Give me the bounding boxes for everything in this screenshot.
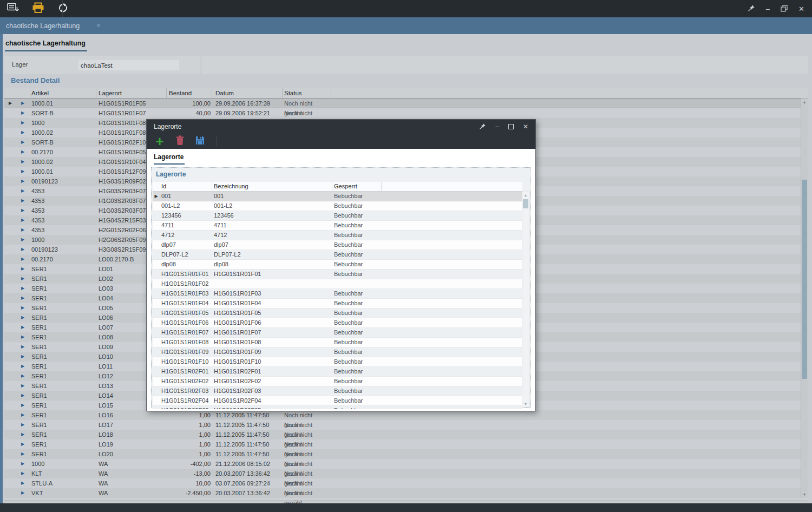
list-item[interactable]: H1G01S1R02F04H1G01S1R02F04Bebuchbar	[153, 396, 522, 406]
delete-button[interactable]	[174, 136, 185, 147]
list-item[interactable]: H1G01S1R01F04H1G01S1R01F04Bebuchbar	[153, 299, 522, 308]
expand-icon[interactable]: ▶	[16, 176, 30, 186]
list-item[interactable]: H1G01S1R02F03H1G01S1R02F03Bebuchbar	[153, 386, 522, 396]
save-button[interactable]	[194, 136, 205, 147]
print-button[interactable]	[31, 2, 44, 15]
column-header-bestand[interactable]: Bestand	[167, 88, 212, 98]
list-item[interactable]: H1G01S1R01F08H1G01S1R01F08Bebuchbar	[153, 338, 522, 347]
scroll-up-icon[interactable]: ▲	[801, 100, 808, 104]
dialog-scrollbar-thumb[interactable]	[523, 199, 528, 208]
expand-icon[interactable]: ▶	[16, 303, 30, 313]
dialog-scroll-up-icon[interactable]: ▲	[522, 193, 529, 197]
table-row[interactable]: ▶KLTWA-13,0020.03.2007 13:36:42Noch nich…	[4, 469, 808, 478]
list-item[interactable]: H1G01S1R01F07H1G01S1R01F07Bebuchbar	[153, 328, 522, 338]
expand-icon[interactable]: ▶	[16, 342, 30, 352]
document-tab-chaotische-lagerhaltung[interactable]: chaotische Lagerhaltung ✕	[0, 17, 108, 34]
restore-icon[interactable]	[781, 5, 788, 13]
close-icon[interactable]: ✕	[798, 5, 804, 12]
list-item[interactable]: 001-L2001-L2Bebuchbar	[153, 201, 522, 211]
column-header-lagerort[interactable]: Lagerort	[96, 88, 167, 98]
expand-icon[interactable]: ▶	[16, 264, 30, 274]
scrollbar-thumb[interactable]	[802, 180, 807, 379]
expand-icon[interactable]: ▶	[16, 362, 30, 371]
table-row[interactable]: ▶SER1LO181,0011.12.2005 11:47:50Noch nic…	[4, 430, 808, 439]
tab-close-icon[interactable]: ✕	[96, 22, 101, 29]
expand-icon[interactable]: ▶	[16, 332, 30, 342]
expand-icon[interactable]: ▶	[16, 391, 30, 401]
list-item[interactable]: ▶001001Bebuchbar	[153, 192, 522, 201]
table-row[interactable]: ▶▶1000.01H1G01S1R01F05100,0029.09.2006 1…	[4, 99, 808, 108]
column-header-artikel[interactable]: Artikel	[30, 88, 96, 98]
list-item[interactable]: H1G01S1R01F06H1G01S1R01F06Bebuchbar	[153, 318, 522, 328]
list-item[interactable]: 123456123456Bebuchbar	[153, 211, 522, 221]
column-header-status[interactable]: Status	[283, 88, 331, 98]
list-item[interactable]: H1G01S1R01F02	[153, 279, 522, 289]
list-item[interactable]: H1G01S1R02F05H1G01S1R02F05Bebuchbar	[153, 406, 522, 409]
column-header-datum[interactable]: Datum	[212, 88, 283, 98]
expand-icon[interactable]: ▶	[16, 323, 30, 332]
pin-icon[interactable]	[748, 4, 755, 13]
list-item[interactable]: dlp07dlp07Bebuchbar	[153, 240, 522, 250]
column-header-bezeichnung[interactable]: Bezeichnung	[212, 182, 332, 191]
minimize-icon[interactable]: –	[766, 5, 770, 12]
list-item[interactable]: 47114711Bebuchbar	[153, 221, 522, 231]
dialog-maximize-icon[interactable]	[508, 124, 514, 129]
expand-icon[interactable]: ▶	[16, 235, 30, 245]
expand-icon[interactable]: ▶	[16, 215, 30, 225]
expand-icon[interactable]: ▶	[16, 401, 30, 410]
scroll-down-icon[interactable]: ▼	[801, 493, 808, 496]
lager-input[interactable]	[78, 60, 179, 70]
expand-icon[interactable]: ▶	[16, 274, 30, 284]
list-item[interactable]: H1G01S1R02F02H1G01S1R02F02Bebuchbar	[153, 377, 522, 386]
column-header-id[interactable]: Id	[160, 182, 212, 191]
expand-icon[interactable]: ▶	[16, 128, 30, 137]
table-row[interactable]: ▶SER1LO201,0011.12.2005 11:47:50Noch nic…	[4, 449, 808, 459]
expand-icon[interactable]: ▶	[16, 196, 30, 206]
expand-icon[interactable]: ▶	[16, 371, 30, 381]
dialog-titlebar[interactable]: Lagerorte – ✕	[147, 120, 535, 134]
table-row[interactable]: ▶SORT-BH1G01S1R01F0740,0029.09.2006 19:5…	[4, 108, 808, 118]
list-item[interactable]: DLP07-L2DLP07-L2Bebuchbar	[153, 250, 522, 260]
dialog-pin-icon[interactable]	[479, 123, 486, 131]
dialog-minimize-icon[interactable]: –	[495, 123, 499, 130]
add-button[interactable]: +	[154, 136, 165, 147]
expand-icon[interactable]: ▶	[16, 245, 30, 254]
expand-icon[interactable]: ▶	[16, 137, 30, 147]
expand-icon[interactable]: ▶	[16, 284, 30, 293]
table-row[interactable]: ▶VKTWA-2.450,0020.03.2007 13:36:42Noch n…	[4, 488, 808, 498]
table-row[interactable]: ▶SER1LO161,0011.12.2005 11:47:50Noch nic…	[4, 410, 808, 420]
expand-icon[interactable]: ▶	[16, 293, 30, 303]
table-row[interactable]: ▶SER1LO191,0011.12.2005 11:47:50Noch nic…	[4, 439, 808, 449]
table-row[interactable]: ▶STLU-AWA10,0003.07.2006 09:27:24Noch ni…	[4, 478, 808, 488]
expand-icon[interactable]: ▶	[16, 206, 30, 215]
list-item[interactable]: H1G01S1R01F05H1G01S1R01F05Bebuchbar	[153, 308, 522, 318]
expand-icon[interactable]: ▶	[16, 313, 30, 323]
list-item[interactable]: dlp08dlp08Bebuchbar	[153, 260, 522, 270]
list-item[interactable]: H1G01S1R01F10H1G01S1R01F10Bebuchbar	[153, 357, 522, 367]
list-item[interactable]: H1G01S1R01F01H1G01S1R01F01Bebuchbar	[153, 270, 522, 279]
table-row[interactable]: ▶SER1LO171,0011.12.2005 11:47:50Noch nic…	[4, 420, 808, 430]
expand-icon[interactable]: ▶	[16, 167, 30, 176]
expand-icon[interactable]: ▶	[16, 254, 30, 264]
expand-icon[interactable]: ▶	[16, 186, 30, 196]
expand-icon[interactable]: ▶	[16, 352, 30, 362]
page-tab-chaotische-lagerhaltung[interactable]: chaotische Lagerhaltung	[5, 40, 87, 51]
dialog-scroll-down-icon[interactable]: ▼	[522, 402, 529, 406]
expand-icon[interactable]: ▶	[16, 157, 30, 167]
refresh-button[interactable]	[56, 2, 69, 15]
dialog-tab-lagerorte[interactable]: Lagerorte	[154, 153, 185, 165]
expand-icon[interactable]: ▶	[16, 225, 30, 235]
list-item[interactable]: H1G01S1R01F09H1G01S1R01F09Bebuchbar	[153, 347, 522, 357]
expand-icon[interactable]: ▶	[16, 381, 30, 391]
expand-icon[interactable]: ▶	[16, 147, 30, 157]
expand-icon[interactable]: ▶	[16, 118, 30, 128]
list-item[interactable]: H1G01S1R01F03H1G01S1R01F03Bebuchbar	[153, 289, 522, 299]
list-item[interactable]: 47124712Bebuchbar	[153, 231, 522, 240]
dialog-close-icon[interactable]: ✕	[523, 123, 528, 130]
main-scrollbar[interactable]: ▲ ▼	[801, 99, 808, 498]
list-item[interactable]: H1G01S1R02F01H1G01S1R02F01Bebuchbar	[153, 367, 522, 377]
dialog-scrollbar[interactable]: ▲ ▼	[522, 192, 529, 408]
export-list-button[interactable]	[6, 2, 19, 15]
table-row[interactable]: ▶1000WA-402,0021.12.2006 08:15:02Noch ni…	[4, 459, 808, 469]
column-header-gesperrt[interactable]: Gesperrt	[332, 182, 382, 191]
